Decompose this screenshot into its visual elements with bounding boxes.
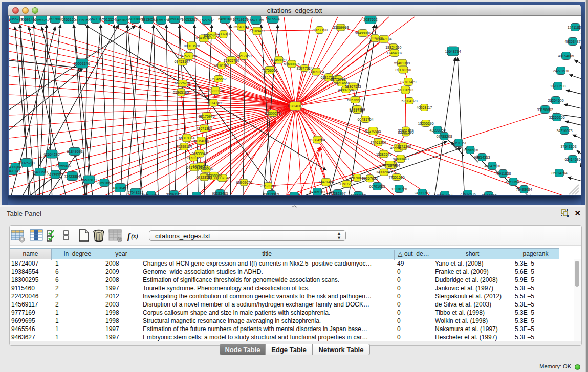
svg-text:26179640: 26179640: [382, 163, 398, 167]
svg-text:76483503: 76483503: [32, 170, 48, 174]
svg-text:6466160: 6466160: [61, 18, 75, 21]
svg-text:16671355: 16671355: [88, 17, 103, 21]
svg-text:21300275: 21300275: [265, 112, 280, 115]
svg-text:10653267: 10653267: [33, 18, 49, 22]
svg-text:98214658: 98214658: [334, 81, 350, 85]
svg-text:73471434: 73471434: [318, 180, 334, 184]
svg-text:42513542: 42513542: [505, 180, 521, 184]
svg-text:16671355: 16671355: [248, 18, 264, 22]
svg-text:71167190: 71167190: [312, 28, 328, 32]
svg-text:20691406: 20691406: [166, 17, 182, 21]
svg-text:13338726: 13338726: [391, 187, 407, 191]
svg-text:12411824: 12411824: [568, 26, 581, 29]
svg-text:99854353: 99854353: [474, 156, 490, 159]
svg-text:12191361: 12191361: [450, 141, 466, 145]
svg-text:77351585: 77351585: [388, 176, 404, 179]
svg-text:24731781: 24731781: [414, 191, 430, 195]
svg-text:03105183: 03105183: [309, 190, 325, 194]
svg-text:02787429: 02787429: [400, 80, 416, 84]
svg-text:27109477: 27109477: [249, 29, 265, 33]
svg-text:69222196: 69222196: [207, 89, 223, 93]
svg-text:51680876: 51680876: [284, 62, 299, 66]
svg-text:33158692: 33158692: [537, 108, 553, 112]
svg-text:55341928: 55341928: [9, 169, 20, 173]
svg-text:7515524: 7515524: [102, 18, 116, 21]
svg-text:59401399: 59401399: [394, 61, 410, 65]
svg-text:30391171: 30391171: [166, 193, 182, 196]
svg-text:65414586: 65414586: [564, 158, 580, 161]
svg-text:51712368: 51712368: [349, 108, 365, 112]
svg-text:03447134: 03447134: [376, 37, 392, 41]
svg-text:89178390: 89178390: [395, 68, 411, 72]
svg-text:85014294: 85014294: [551, 171, 567, 175]
svg-text:82278248: 82278248: [188, 194, 204, 196]
svg-text:51370985: 51370985: [365, 129, 381, 133]
svg-text:85977034: 85977034: [296, 67, 312, 70]
svg-text:60481754: 60481754: [357, 118, 373, 121]
svg-text:43171390: 43171390: [395, 145, 411, 148]
svg-text:31869993: 31869993: [333, 26, 349, 29]
svg-text:10653267: 10653267: [181, 18, 197, 21]
svg-text:48018451: 48018451: [112, 186, 128, 190]
svg-text:1527602: 1527602: [48, 17, 62, 21]
svg-text:89325288: 89325288: [18, 161, 34, 165]
svg-text:46247510: 46247510: [484, 164, 500, 168]
svg-text:09839301: 09839301: [286, 194, 302, 196]
svg-text:08313678: 08313678: [184, 44, 200, 48]
svg-text:10719155: 10719155: [232, 18, 248, 21]
svg-text:11382675: 11382675: [376, 152, 392, 156]
svg-text:96383465: 96383465: [212, 192, 228, 195]
svg-text:09570154: 09570154: [143, 193, 159, 196]
svg-text:98687277: 98687277: [338, 182, 354, 186]
svg-text:16033809: 16033809: [127, 17, 143, 21]
svg-text:32931839: 32931839: [398, 129, 413, 133]
svg-text:09788208: 09788208: [436, 135, 452, 138]
svg-text:18324210: 18324210: [385, 46, 401, 49]
svg-text:37631165: 37631165: [351, 194, 366, 196]
svg-text:27048281: 27048281: [127, 191, 143, 194]
svg-text:66909670: 66909670: [236, 181, 252, 184]
svg-text:72423884: 72423884: [64, 174, 80, 178]
svg-text:05865185: 05865185: [173, 91, 189, 94]
svg-text:05045562: 05045562: [210, 77, 226, 81]
svg-text:08013267: 08013267: [437, 193, 452, 196]
svg-text:69453147: 69453147: [174, 60, 190, 63]
svg-text:24278680: 24278680: [553, 69, 569, 73]
svg-text:47468723: 47468723: [481, 194, 496, 196]
svg-text:02654235: 02654235: [43, 152, 59, 156]
svg-text:71756551: 71756551: [262, 69, 277, 72]
svg-text:17464887: 17464887: [386, 51, 402, 55]
svg-text:11280598: 11280598: [550, 84, 566, 88]
svg-text:61849593: 61849593: [67, 150, 82, 154]
svg-text:32870831: 32870831: [349, 176, 365, 180]
svg-text:18724007: 18724007: [287, 104, 303, 108]
svg-text:67468071: 67468071: [271, 58, 287, 62]
svg-text:33092327: 33092327: [185, 156, 201, 160]
svg-text:56981693: 56981693: [398, 88, 413, 92]
svg-text:34131647: 34131647: [9, 165, 24, 169]
svg-text:45299124: 45299124: [176, 145, 192, 148]
svg-text:16648784: 16648784: [445, 50, 461, 53]
svg-text:10205395: 10205395: [418, 122, 433, 125]
svg-text:(x): (x): [131, 233, 138, 240]
svg-text:32260256: 32260256: [549, 116, 564, 119]
svg-text:07527354: 07527354: [181, 54, 197, 58]
svg-text:6466160: 6466160: [218, 17, 232, 21]
svg-text:96499091: 96499091: [355, 31, 371, 35]
svg-text:22691669: 22691669: [96, 181, 112, 185]
svg-text:7515524: 7515524: [266, 17, 279, 21]
svg-text:26217459: 26217459: [235, 54, 251, 58]
svg-text:37543303: 37543303: [560, 145, 576, 148]
svg-text:78498084: 78498084: [516, 188, 532, 191]
svg-text:62328588: 62328588: [196, 176, 212, 179]
svg-text:79911838: 79911838: [495, 172, 511, 176]
svg-text:39533942: 39533942: [191, 152, 207, 156]
svg-text:61559407: 61559407: [55, 164, 71, 168]
svg-text:23623166: 23623166: [260, 184, 276, 188]
svg-text:34332003: 34332003: [376, 170, 392, 174]
svg-text:58867533: 58867533: [345, 85, 361, 89]
svg-text:2087652: 2087652: [363, 18, 377, 21]
svg-text:44064090: 44064090: [193, 139, 209, 143]
svg-text:1527602: 1527602: [200, 18, 213, 22]
svg-text:73602606: 73602606: [460, 192, 475, 196]
